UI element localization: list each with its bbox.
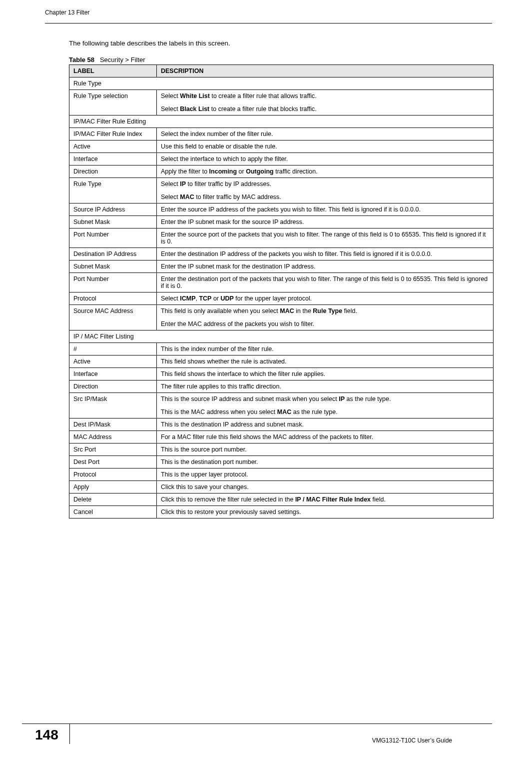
cell-desc: Enter the destination port of the packet…: [157, 273, 494, 292]
cell-label: MAC Address: [69, 431, 157, 444]
cell-label: Protocol: [69, 292, 157, 305]
cell-desc: This field is only available when you se…: [157, 305, 494, 330]
cell-label: Active: [69, 356, 157, 368]
col-header-description: DESCRIPTION: [157, 65, 494, 78]
table-row: Subnet Mask Enter the IP subnet mask for…: [69, 260, 494, 273]
cell-label: Destination IP Address: [69, 248, 157, 260]
cell-desc: For a MAC filter rule this field shows t…: [157, 431, 494, 444]
cell-desc: This field shows whether the rule is act…: [157, 356, 494, 368]
page-number: 148: [22, 724, 70, 744]
section-ipmac-listing: IP / MAC Filter Listing: [69, 330, 494, 343]
cell-desc: Click this to save your changes.: [157, 481, 494, 494]
table-caption-title: [96, 56, 100, 64]
cell-desc: Enter the source port of the packets tha…: [157, 228, 494, 248]
cell-desc: Click this to restore your previously sa…: [157, 506, 494, 518]
cell-label: IP/MAC Filter Rule Index: [69, 128, 157, 140]
cell-desc: Select the interface to which to apply t…: [157, 153, 494, 166]
cell-label: Dest Port: [69, 456, 157, 468]
cell-desc: Apply the filter to Incoming or Outgoing…: [157, 166, 494, 178]
table-caption: Table 58 Security > Filter: [69, 56, 492, 64]
cell-label: Source MAC Address: [69, 305, 157, 330]
footer-rule: VMG1312-T10C User’s Guide: [70, 724, 492, 744]
cell-label: Active: [69, 140, 157, 153]
cell-label: Direction: [69, 166, 157, 178]
table-row: Active Use this field to enable or disab…: [69, 140, 494, 153]
cell-label: Dest IP/Mask: [69, 418, 157, 431]
cell-label: Interface: [69, 153, 157, 166]
table-row: Src IP/Mask This is the source IP addres…: [69, 393, 494, 418]
table-row: IP/MAC Filter Rule Editing: [69, 116, 494, 128]
table-row: Direction The filter rule applies to thi…: [69, 380, 494, 393]
table-row: IP / MAC Filter Listing: [69, 330, 494, 343]
cell-label: Port Number: [69, 273, 157, 292]
cell-label: Apply: [69, 481, 157, 494]
table-row: Rule Type Select IP to filter traffic by…: [69, 178, 494, 204]
table-row: Rule Type: [69, 78, 494, 90]
cell-desc: Use this field to enable or disable the …: [157, 140, 494, 153]
table-row: Active This field shows whether the rule…: [69, 356, 494, 368]
description-table: LABEL DESCRIPTION Rule Type Rule Type se…: [69, 64, 494, 518]
table-row: Direction Apply the filter to Incoming o…: [69, 166, 494, 178]
table-row: Destination IP Address Enter the destina…: [69, 248, 494, 260]
cell-desc: Click this to remove the filter rule sel…: [157, 494, 494, 506]
cell-desc: Select IP to filter traffic by IP addres…: [157, 178, 494, 204]
table-row: Dest IP/Mask This is the destination IP …: [69, 418, 494, 431]
table-row: Apply Click this to save your changes.: [69, 481, 494, 494]
cell-label: Source IP Address: [69, 204, 157, 216]
table-row: Port Number Enter the source port of the…: [69, 228, 494, 248]
table-row: Interface Select the interface to which …: [69, 153, 494, 166]
cell-label: Port Number: [69, 228, 157, 248]
cell-label: Direction: [69, 380, 157, 393]
table-row: Delete Click this to remove the filter r…: [69, 494, 494, 506]
table-row: Source IP Address Enter the source IP ad…: [69, 204, 494, 216]
cell-desc: Enter the IP subnet mask for the destina…: [157, 260, 494, 273]
table-row: Source MAC Address This field is only av…: [69, 305, 494, 330]
table-row: Cancel Click this to restore your previo…: [69, 506, 494, 518]
cell-label: Src IP/Mask: [69, 393, 157, 418]
table-row: Port Number Enter the destination port o…: [69, 273, 494, 292]
table-row: IP/MAC Filter Rule Index Select the inde…: [69, 128, 494, 140]
cell-label: #: [69, 343, 157, 356]
table-row: Dest Port This is the destination port n…: [69, 456, 494, 468]
cell-label: Rule Type selection: [69, 90, 157, 116]
cell-desc: The filter rule applies to this traffic …: [157, 380, 494, 393]
cell-label: Subnet Mask: [69, 216, 157, 228]
cell-label: Cancel: [69, 506, 157, 518]
cell-label: Interface: [69, 368, 157, 380]
intro-paragraph: The following table describes the labels…: [69, 40, 492, 47]
table-row: Protocol This is the upper layer protoco…: [69, 468, 494, 481]
cell-desc: Enter the source IP address of the packe…: [157, 204, 494, 216]
cell-label: Delete: [69, 494, 157, 506]
cell-desc: Enter the destination IP address of the …: [157, 248, 494, 260]
chapter-header: Chapter 13 Filter: [45, 9, 492, 16]
section-rule-type: Rule Type: [69, 78, 494, 90]
cell-desc: This is the source port number.: [157, 444, 494, 456]
cell-label: Protocol: [69, 468, 157, 481]
cell-desc: Select the index number of the filter ru…: [157, 128, 494, 140]
table-row: Interface This field shows the interface…: [69, 368, 494, 380]
cell-desc: Select ICMP, TCP or UDP for the upper la…: [157, 292, 494, 305]
table-row: Subnet Mask Enter the IP subnet mask for…: [69, 216, 494, 228]
cell-desc: Select White List to create a filter rul…: [157, 90, 494, 116]
cell-desc: This is the index number of the filter r…: [157, 343, 494, 356]
table-row: # This is the index number of the filter…: [69, 343, 494, 356]
cell-desc: This is the upper layer protocol.: [157, 468, 494, 481]
cell-desc: Enter the IP subnet mask for the source …: [157, 216, 494, 228]
table-caption-title-text: Security > Filter: [100, 56, 145, 64]
cell-label: Subnet Mask: [69, 260, 157, 273]
cell-desc: This is the destination IP address and s…: [157, 418, 494, 431]
cell-desc: This field shows the interface to which …: [157, 368, 494, 380]
header-rule: [45, 23, 492, 24]
col-header-label: LABEL: [69, 65, 157, 78]
section-ipmac-editing: IP/MAC Filter Rule Editing: [69, 116, 494, 128]
table-caption-number: Table 58: [69, 56, 94, 64]
table-row: Rule Type selection Select White List to…: [69, 90, 494, 116]
cell-desc: This is the source IP address and subnet…: [157, 393, 494, 418]
table-row: Protocol Select ICMP, TCP or UDP for the…: [69, 292, 494, 305]
cell-label: Src Port: [69, 444, 157, 456]
cell-desc: This is the destination port number.: [157, 456, 494, 468]
table-row: Src Port This is the source port number.: [69, 444, 494, 456]
table-row: MAC Address For a MAC filter rule this f…: [69, 431, 494, 444]
page-footer: 148 VMG1312-T10C User’s Guide: [0, 724, 532, 744]
cell-label: Rule Type: [69, 178, 157, 204]
